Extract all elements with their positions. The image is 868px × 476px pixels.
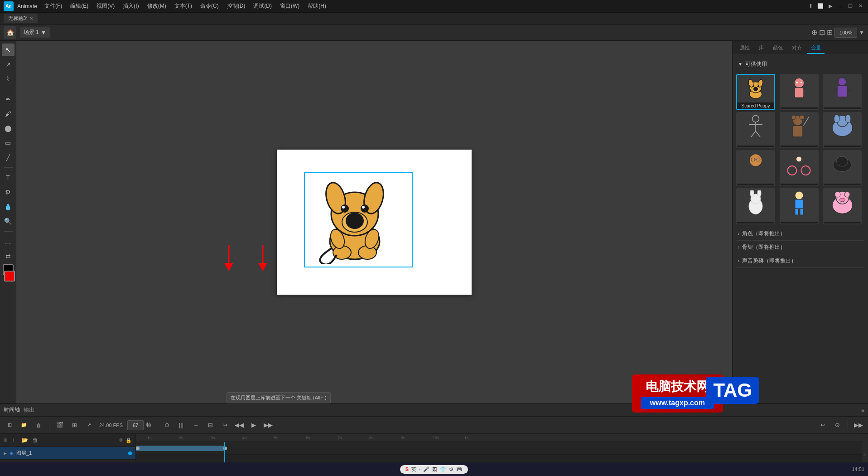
current-frame-input[interactable] bbox=[127, 420, 144, 430]
tab-color[interactable]: 颜色 bbox=[769, 43, 786, 54]
toolbar-home-btn[interactable]: 🏠 bbox=[4, 26, 16, 39]
ease-btn[interactable]: ▶▶ bbox=[853, 419, 864, 431]
guide-btn[interactable]: ↗ bbox=[83, 419, 95, 431]
maximize-button[interactable]: ⬜ bbox=[816, 2, 825, 10]
select-tool[interactable]: ↖ bbox=[2, 44, 14, 56]
rect-tool[interactable]: ▭ bbox=[2, 136, 14, 149]
available-section-header[interactable]: ▼ 可供使用 bbox=[736, 58, 864, 71]
asset-item-7[interactable] bbox=[736, 150, 775, 186]
redo-btn[interactable]: ⊙ bbox=[831, 419, 843, 431]
skeleton-section-header[interactable]: › 骨架（即将推出） bbox=[736, 241, 864, 254]
subselect-tool[interactable]: ↗ bbox=[2, 58, 14, 71]
delete-layer-btn[interactable]: 🗑 bbox=[33, 419, 44, 431]
onion-skin-btn[interactable]: ⊞ bbox=[68, 419, 80, 431]
zoom-expand-icon[interactable]: ⊞ bbox=[827, 28, 833, 37]
asset-item-4[interactable] bbox=[736, 112, 775, 148]
play-button[interactable]: ▶ bbox=[826, 2, 834, 10]
fit-icon[interactable]: ⊕ bbox=[811, 28, 817, 37]
zoom-input[interactable] bbox=[834, 28, 857, 38]
brush-tool[interactable]: 🖌 bbox=[2, 107, 14, 120]
timeline-label: 时间轴 bbox=[4, 406, 20, 414]
menu-edit[interactable]: 编辑(E) bbox=[67, 1, 92, 11]
menu-file[interactable]: 文件(F) bbox=[41, 1, 66, 11]
asset-label-2 bbox=[781, 107, 818, 109]
asset-item-9[interactable] bbox=[823, 150, 862, 186]
file-tab[interactable]: 无标题3* ✕ bbox=[4, 14, 38, 23]
more-tools[interactable]: … bbox=[2, 235, 14, 248]
svg-rect-69 bbox=[800, 209, 803, 215]
asset-item-scared-puppy[interactable]: Scared Puppy bbox=[736, 74, 775, 110]
new-layer-btn[interactable]: ⊞ bbox=[4, 419, 15, 431]
tool-separator-2 bbox=[4, 167, 13, 168]
prev-frame-btn[interactable]: ↪ bbox=[219, 419, 231, 431]
tab-variables[interactable]: 变量 bbox=[807, 43, 825, 54]
svg-point-24 bbox=[794, 78, 804, 88]
asset-item-5[interactable] bbox=[780, 112, 819, 148]
tab-close-icon[interactable]: ✕ bbox=[29, 16, 33, 21]
asset-item-3[interactable] bbox=[823, 74, 862, 110]
fill-color[interactable] bbox=[4, 271, 15, 282]
share-button[interactable]: ⬆ bbox=[806, 2, 815, 10]
asset-6-svg bbox=[830, 114, 855, 139]
line-tool[interactable]: ╱ bbox=[2, 151, 14, 164]
next-frame-btn[interactable]: → bbox=[190, 419, 202, 431]
rewind-btn[interactable]: ◀◀ bbox=[233, 419, 245, 431]
eyedrop-tool[interactable]: 💧 bbox=[2, 200, 14, 213]
bone-tool[interactable]: ⚙ bbox=[2, 186, 14, 199]
svg-point-9 bbox=[362, 206, 365, 209]
scene-selector[interactable]: 场景 1 ▼ bbox=[20, 27, 50, 38]
menu-control[interactable]: 控制(D) bbox=[223, 1, 249, 11]
timeline-output-label[interactable]: 输出 bbox=[24, 406, 34, 414]
lasso-tool[interactable]: ⌇ bbox=[2, 73, 14, 85]
menu-view[interactable]: 视图(V) bbox=[93, 1, 118, 11]
layer-row-1[interactable]: ▶ ◉ 图层_1 bbox=[0, 447, 135, 460]
paint-tool[interactable]: ⬤ bbox=[2, 122, 14, 135]
asset-thumb-11 bbox=[781, 189, 818, 216]
minimize-button[interactable]: — bbox=[836, 2, 844, 10]
svg-point-66 bbox=[795, 191, 803, 199]
menu-modify[interactable]: 修改(M) bbox=[144, 1, 170, 11]
timeline-collapse-btn[interactable]: ≡ bbox=[861, 407, 864, 413]
asset-item-10[interactable] bbox=[736, 188, 775, 224]
menu-help[interactable]: 帮助(H) bbox=[304, 1, 330, 11]
loop-btn[interactable]: ⊙ bbox=[161, 419, 173, 431]
pen-tool[interactable]: ✒ bbox=[2, 93, 14, 106]
play-btn[interactable]: ▶ bbox=[248, 419, 260, 431]
taskbar-input-area[interactable]: S 英 · 🎤 🖼 👕 ⚙ 🎮 bbox=[400, 465, 468, 474]
new-folder-btn[interactable]: 📁 bbox=[18, 419, 30, 431]
audio-section-header[interactable]: › 声音势碍（即将推出） bbox=[736, 254, 864, 268]
svg-line-40 bbox=[756, 131, 760, 137]
trash-layer-btn[interactable]: 🗑 bbox=[31, 436, 40, 445]
tab-properties[interactable]: 属性 bbox=[736, 43, 753, 54]
menu-debug[interactable]: 调试(D) bbox=[250, 1, 275, 11]
asset-item-6[interactable] bbox=[823, 112, 862, 148]
camera-btn[interactable]: 🎬 bbox=[54, 419, 66, 431]
swap-colors[interactable]: ⇄ bbox=[2, 250, 14, 262]
asset-item-8[interactable] bbox=[780, 150, 819, 186]
restore-button[interactable]: ❐ bbox=[846, 2, 854, 10]
menu-command[interactable]: 命令(C) bbox=[197, 1, 222, 11]
forward-btn[interactable]: ▶▶ bbox=[262, 419, 274, 431]
tab-align[interactable]: 对齐 bbox=[788, 43, 805, 54]
zoom-fit-icon[interactable]: ⊡ bbox=[819, 28, 825, 37]
tab-library[interactable]: 库 bbox=[755, 43, 767, 54]
svg-point-56 bbox=[796, 156, 802, 162]
stop-btn[interactable]: ⊟ bbox=[204, 419, 216, 431]
undo-btn[interactable]: ↩ bbox=[817, 419, 829, 431]
close-button[interactable]: ✕ bbox=[856, 2, 864, 10]
asset-item-11[interactable] bbox=[780, 188, 819, 224]
dog-selection-box[interactable] bbox=[304, 172, 413, 267]
characters-section-header[interactable]: › 角色（即将推出） bbox=[736, 227, 864, 241]
menu-window[interactable]: 窗口(W) bbox=[276, 1, 303, 11]
zoom-dropdown-icon[interactable]: ▼ bbox=[859, 29, 864, 36]
asset-item-2[interactable] bbox=[780, 74, 819, 110]
menu-text[interactable]: 文本(T) bbox=[171, 1, 196, 11]
folder-layer-btn[interactable]: 📂 bbox=[20, 436, 29, 445]
zoom-tool[interactable]: 🔍 bbox=[2, 215, 14, 228]
asset-item-12[interactable] bbox=[823, 188, 862, 224]
asset-label-8 bbox=[781, 184, 818, 185]
menu-insert[interactable]: 插入(I) bbox=[119, 1, 142, 11]
add-layer-btn[interactable]: + bbox=[9, 436, 18, 445]
loop-frames-btn[interactable]: ||| bbox=[175, 419, 187, 431]
text-tool[interactable]: T bbox=[2, 171, 14, 184]
